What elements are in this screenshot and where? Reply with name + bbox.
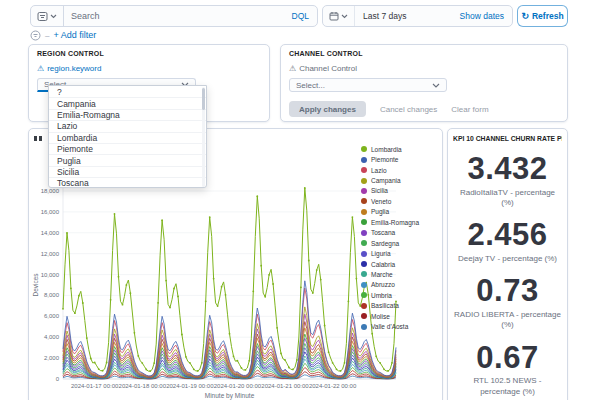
legend-label: Molise bbox=[371, 313, 390, 320]
y-axis-tick-label: 0 bbox=[56, 376, 60, 382]
legend-dot-icon bbox=[361, 188, 367, 194]
refresh-label: Refresh bbox=[532, 11, 564, 21]
legend-dot-icon bbox=[361, 240, 367, 246]
query-menu-button[interactable] bbox=[31, 6, 64, 26]
calendar-button[interactable] bbox=[323, 6, 355, 26]
legend-item[interactable]: Campania bbox=[361, 175, 419, 185]
channel-field-link[interactable]: ⚠ Channel Control bbox=[289, 64, 559, 73]
kpi-value: 2.456 bbox=[453, 219, 562, 252]
chevron-down-icon bbox=[432, 83, 440, 88]
dropdown-option[interactable]: Campania bbox=[49, 97, 206, 108]
y-axis-tick-label: 16,000 bbox=[41, 209, 60, 215]
kpi-panel-title: KPI 10 CHANNEL CHURN RATE PER REGI... bbox=[453, 135, 562, 142]
x-axis-tick-label: 2024-01-18 00:00 bbox=[119, 383, 167, 389]
kpi-value: 0.67 bbox=[453, 342, 562, 375]
x-axis-tick-label: 2024-01-17 00:00 bbox=[71, 383, 119, 389]
legend-item[interactable]: Lombardia bbox=[361, 144, 419, 154]
legend-dot-icon bbox=[361, 167, 367, 173]
kpi-label: RTL 102.5 NEWS - percentage (%) bbox=[453, 376, 562, 397]
legend-item[interactable]: Lazio bbox=[361, 165, 419, 175]
legend-item[interactable]: Liguria bbox=[361, 248, 419, 258]
region-field-link[interactable]: ⚠ region.keyword bbox=[37, 64, 261, 73]
refresh-icon: ↻ bbox=[521, 12, 529, 21]
legend-label: Liguria bbox=[371, 250, 391, 257]
legend-dot-icon bbox=[361, 282, 367, 288]
search-input[interactable] bbox=[64, 11, 284, 21]
y-axis-tick-label: 12,000 bbox=[41, 251, 60, 257]
dropdown-option[interactable]: ? bbox=[49, 86, 206, 97]
legend-item[interactable]: Veneto bbox=[361, 196, 419, 206]
legend-item[interactable]: Abruzzo bbox=[361, 280, 419, 290]
control-buttons: Apply changes Cancel changes Clear form bbox=[289, 101, 559, 117]
kpi-label: RadioItaliaTV - percentage (%) bbox=[453, 188, 562, 209]
legend-dot-icon bbox=[361, 219, 367, 225]
calendar-icon bbox=[329, 11, 339, 21]
legend-item[interactable]: Molise bbox=[361, 311, 419, 321]
legend-item[interactable]: Sicilia bbox=[361, 186, 419, 196]
channel-select-value: Select... bbox=[296, 81, 325, 90]
kpi-value: 0.73 bbox=[453, 275, 562, 308]
chevron-down-icon bbox=[50, 14, 57, 19]
legend-item[interactable]: Emilia-Romagna bbox=[361, 217, 419, 227]
kpi-label: Deejay TV - percentage (%) bbox=[453, 254, 562, 264]
clear-form-button[interactable]: Clear form bbox=[451, 105, 488, 114]
legend-label: Toscana bbox=[371, 229, 395, 236]
legend-item[interactable]: Marche bbox=[361, 269, 419, 279]
filter-row: – + Add filter bbox=[30, 29, 96, 41]
legend-item[interactable]: Puglia bbox=[361, 207, 419, 217]
legend-item[interactable]: Sardegna bbox=[361, 238, 419, 248]
add-filter-link[interactable]: + Add filter bbox=[53, 30, 96, 40]
filter-funnel-icon bbox=[37, 11, 48, 22]
channel-select[interactable]: Select... bbox=[289, 78, 447, 92]
y-axis-tick-label: 14,000 bbox=[41, 230, 60, 236]
time-range-label[interactable]: Last 7 days bbox=[355, 11, 452, 21]
legend-label: Abruzzo bbox=[371, 281, 395, 288]
legend-label: Calabria bbox=[371, 261, 395, 268]
legend-item[interactable]: Basilicata bbox=[361, 301, 419, 311]
legend-label: Valle d'Aosta bbox=[371, 323, 408, 330]
dropdown-option[interactable]: Emilia-Romagna bbox=[49, 109, 206, 120]
legend-label: Lombardia bbox=[371, 146, 402, 153]
legend-dot-icon bbox=[361, 313, 367, 319]
y-axis-tick-label: 10,000 bbox=[41, 272, 60, 278]
kpi-block: 2.456 Deejay TV - percentage (%) bbox=[453, 219, 562, 264]
dropdown-option[interactable]: Lazio bbox=[49, 120, 206, 131]
legend-dot-icon bbox=[361, 230, 367, 236]
apply-changes-button[interactable]: Apply changes bbox=[289, 101, 366, 117]
legend-dot-icon bbox=[361, 251, 367, 257]
region-panel-title: REGION CONTROL bbox=[37, 50, 261, 57]
legend-item[interactable]: Calabria bbox=[361, 259, 419, 269]
legend-dot-icon bbox=[361, 292, 367, 298]
legend-dot-icon bbox=[361, 324, 367, 330]
dropdown-option[interactable]: Sicilia bbox=[49, 166, 206, 177]
legend-item[interactable]: Toscana bbox=[361, 228, 419, 238]
y-axis-tick-label: 18,000 bbox=[41, 188, 60, 194]
dropdown-option[interactable]: Piemonte bbox=[49, 143, 206, 154]
dropdown-option[interactable]: Toscana bbox=[49, 177, 206, 188]
legend-label: Sardegna bbox=[371, 240, 399, 247]
x-axis-tick-label: 2024-01-21 00:00 bbox=[261, 383, 309, 389]
x-axis-tick-label: 2024-01-19 00:00 bbox=[166, 383, 214, 389]
legend-label: Emilia-Romagna bbox=[371, 219, 419, 226]
legend-label: Lazio bbox=[371, 167, 387, 174]
legend-item[interactable]: Piemonte bbox=[361, 154, 419, 164]
refresh-button[interactable]: ↻ Refresh bbox=[517, 5, 568, 27]
dropdown-scrollbar-thumb[interactable] bbox=[202, 88, 205, 110]
legend-dot-icon bbox=[361, 303, 367, 309]
dql-button[interactable]: DQL bbox=[284, 11, 317, 21]
legend-dot-icon bbox=[361, 261, 367, 267]
dropdown-option[interactable]: Lombardia bbox=[49, 132, 206, 143]
cancel-changes-button[interactable]: Cancel changes bbox=[380, 105, 437, 114]
legend-item[interactable]: Valle d'Aosta bbox=[361, 321, 419, 331]
search-bar: DQL bbox=[30, 5, 318, 27]
kpi-block: 3.432 RadioItaliaTV - percentage (%) bbox=[453, 153, 562, 208]
y-axis-tick-label: 8,000 bbox=[44, 292, 60, 298]
legend-item[interactable]: Umbria bbox=[361, 290, 419, 300]
filters-menu-icon[interactable] bbox=[30, 30, 41, 41]
date-picker: Last 7 days Show dates bbox=[322, 5, 513, 27]
region-field-label: region.keyword bbox=[47, 64, 101, 73]
dropdown-option[interactable]: Puglia bbox=[49, 154, 206, 165]
y-axis-tick-label: 2,000 bbox=[44, 355, 60, 361]
show-dates-link[interactable]: Show dates bbox=[452, 11, 512, 21]
legend-dot-icon bbox=[361, 198, 367, 204]
